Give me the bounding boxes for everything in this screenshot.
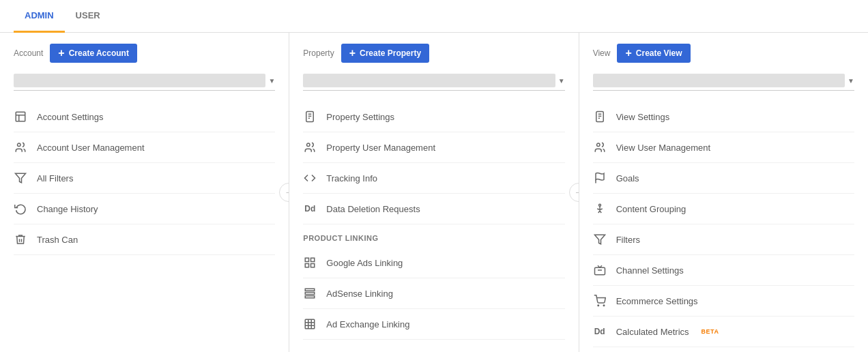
nav-trash-can[interactable]: Trash Can <box>14 224 275 255</box>
change-history-label: Change History <box>37 204 98 214</box>
svg-rect-11 <box>311 258 315 261</box>
all-filters-label: All Filters <box>37 173 73 184</box>
nav-property-settings[interactable]: Property Settings <box>303 102 564 132</box>
nav-ad-exchange-linking[interactable]: Ad Exchange Linking <box>303 309 564 340</box>
filters-view-label: Filters <box>616 235 640 245</box>
grid-partial-icon <box>303 287 317 300</box>
nav-account-settings[interactable]: Account Settings <box>14 102 275 132</box>
plus-icon-view: + <box>625 48 631 59</box>
tab-bar: ADMIN USER <box>0 0 868 33</box>
account-header: Account + Create Account <box>14 44 275 63</box>
nav-google-ads-linking[interactable]: Google Ads Linking <box>303 248 564 278</box>
create-property-button[interactable]: + Create Property <box>341 44 429 63</box>
svg-rect-13 <box>311 264 315 267</box>
view-column: View + Create View ▼ View Settings View … <box>579 33 868 352</box>
google-ads-label: Google Ads Linking <box>326 258 403 268</box>
property-settings-label: Property Settings <box>326 112 394 122</box>
nav-property-user-management[interactable]: Property User Management <box>303 132 564 163</box>
svg-rect-17 <box>306 319 315 329</box>
svg-point-28 <box>598 204 601 206</box>
svg-marker-4 <box>16 173 26 183</box>
account-dropdown-text <box>14 74 265 87</box>
svg-rect-30 <box>594 267 605 275</box>
nav-calculated-metrics[interactable]: Dd Calculated Metrics BETA <box>593 317 854 347</box>
svg-rect-0 <box>16 112 25 121</box>
goals-label: Goals <box>616 173 639 184</box>
tracking-info-label: Tracking Info <box>326 173 377 184</box>
svg-point-3 <box>18 143 21 147</box>
property-to-view-arrow: → <box>569 183 579 202</box>
adsense-label: AdSense Linking <box>326 289 393 299</box>
create-account-label: Create Account <box>69 48 129 58</box>
account-dropdown[interactable]: ▼ <box>14 71 275 91</box>
create-property-label: Create Property <box>360 48 421 58</box>
svg-point-9 <box>307 143 310 147</box>
dd-icon-property: Dd <box>303 202 317 216</box>
view-settings-label: View Settings <box>616 112 670 122</box>
flag-icon <box>593 171 607 185</box>
svg-rect-16 <box>306 296 315 298</box>
nav-tracking-info[interactable]: Tracking Info <box>303 163 564 194</box>
filter-icon-view <box>593 233 607 246</box>
nav-adsense-linking[interactable]: AdSense Linking <box>303 278 564 309</box>
nav-data-deletion[interactable]: Dd Data Deletion Requests <box>303 194 564 224</box>
view-dropdown[interactable]: ▼ <box>593 71 854 91</box>
account-label: Account <box>14 48 43 58</box>
filter-icon-account <box>14 171 27 185</box>
svg-marker-29 <box>594 235 605 244</box>
svg-point-33 <box>603 305 605 306</box>
nav-change-history[interactable]: Change History <box>14 194 275 224</box>
tab-user[interactable]: USER <box>65 0 111 33</box>
nav-filters-view[interactable]: Filters <box>593 224 854 255</box>
svg-rect-14 <box>306 289 315 291</box>
nav-channel-settings[interactable]: Channel Settings <box>593 255 854 286</box>
account-user-management-label: Account User Management <box>37 143 145 153</box>
nav-view-user-management[interactable]: View User Management <box>593 132 854 163</box>
property-header: Property + Create Property <box>303 44 564 63</box>
ecommerce-settings-label: Ecommerce Settings <box>616 296 698 306</box>
people-icon-property <box>303 141 317 154</box>
grid-box-icon <box>303 317 317 331</box>
channel-settings-label: Channel Settings <box>616 265 684 276</box>
channel-icon <box>593 263 607 277</box>
nav-account-user-management[interactable]: Account User Management <box>14 132 275 163</box>
building-icon <box>14 110 27 123</box>
create-account-button[interactable]: + Create Account <box>50 44 137 63</box>
property-column: Property + Create Property ▼ Property Se… <box>289 33 579 352</box>
property-user-management-label: Property User Management <box>326 143 435 153</box>
view-user-management-label: View User Management <box>616 143 711 153</box>
people-icon-view <box>593 141 607 154</box>
account-column: Account + Create Account ▼ Account Setti… <box>0 33 289 352</box>
create-view-button[interactable]: + Create View <box>617 44 690 63</box>
account-dropdown-arrow: ▼ <box>268 77 275 85</box>
plus-icon: + <box>58 48 64 59</box>
nav-view-settings[interactable]: View Settings <box>593 102 854 132</box>
trash-can-label: Trash Can <box>37 235 78 245</box>
calculated-metrics-label: Calculated Metrics <box>616 327 689 337</box>
nav-goals[interactable]: Goals <box>593 163 854 194</box>
product-linking-section: PRODUCT LINKING <box>303 224 564 248</box>
property-dropdown-text <box>303 74 555 87</box>
nav-ecommerce-settings[interactable]: Ecommerce Settings <box>593 286 854 317</box>
figure-icon <box>593 202 607 216</box>
doc-icon-property <box>303 110 317 123</box>
nav-content-grouping[interactable]: Content Grouping <box>593 194 854 224</box>
svg-point-26 <box>596 143 600 147</box>
people-icon-account <box>14 141 27 154</box>
view-header: View + Create View <box>593 44 854 63</box>
view-dropdown-arrow: ▼ <box>848 77 854 85</box>
data-deletion-label: Data Deletion Requests <box>326 204 420 214</box>
trash-icon <box>14 233 27 246</box>
property-dropdown[interactable]: ▼ <box>303 71 564 91</box>
property-dropdown-arrow: ▼ <box>558 77 565 85</box>
tab-admin[interactable]: ADMIN <box>14 0 65 33</box>
cart-icon <box>593 294 607 308</box>
view-label: View <box>593 48 611 58</box>
svg-rect-12 <box>306 264 309 267</box>
svg-rect-10 <box>306 258 309 261</box>
nav-all-filters[interactable]: All Filters <box>14 163 275 194</box>
plus-icon-property: + <box>349 48 356 59</box>
svg-rect-15 <box>306 293 315 295</box>
code-icon <box>303 171 317 185</box>
content-grouping-label: Content Grouping <box>616 204 686 214</box>
